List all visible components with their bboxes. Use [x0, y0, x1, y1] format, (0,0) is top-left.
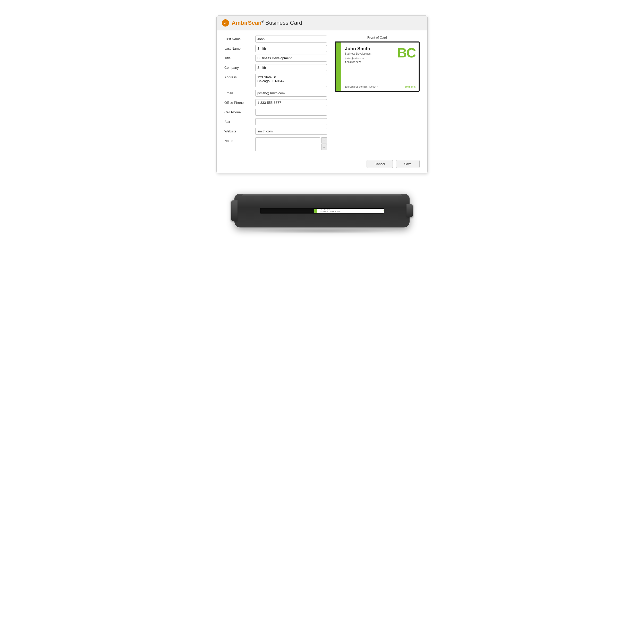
card-person-title: Business Development [345, 52, 371, 55]
input-office-phone[interactable] [255, 99, 327, 106]
label-cell-phone: Cell Phone [224, 109, 255, 114]
scanner-bump-right [406, 204, 413, 217]
dialog-title: AmbirScan® Business Card [232, 20, 302, 26]
label-website: Website [224, 128, 255, 133]
input-last-name[interactable] [255, 45, 327, 52]
label-title: Title [224, 55, 255, 60]
card-address-bottom: 123 State St. Chicago, IL 60647 [345, 86, 378, 88]
label-last-name: Last Name [224, 45, 255, 50]
form-row-title: Title [224, 55, 327, 62]
label-office-phone: Office Phone [224, 99, 255, 105]
form-row-address: Address 123 State St. Chicago, IL 60647 [224, 74, 327, 87]
notes-scroll-buttons: ^ ⌄ [321, 137, 327, 151]
notes-scroll-up-button[interactable]: ^ [321, 137, 327, 143]
app-icon: a [222, 19, 229, 27]
scanner-card-website: smith.com [383, 210, 384, 211]
scanner-shadow [245, 228, 399, 234]
card-person-name: John Smith [345, 46, 371, 52]
scanner-card-line1: 1.333.555.6677 [318, 209, 382, 211]
input-notes[interactable] [255, 137, 320, 151]
card-preview-section: Front of Card John Smith Business Develo… [335, 36, 420, 154]
notes-wrapper: ^ ⌄ [255, 137, 327, 151]
scanner-bump-left [231, 200, 238, 221]
form-row-company: Company [224, 64, 327, 71]
save-button[interactable]: Save [396, 160, 420, 168]
card-preview-image: John Smith Business Development jsmith@s… [335, 41, 420, 92]
cancel-button[interactable]: Cancel [367, 160, 393, 168]
card-preview-label: Front of Card [335, 36, 420, 39]
card-name-block: John Smith Business Development jsmith@s… [345, 46, 371, 64]
card-stripe [336, 43, 341, 91]
input-fax[interactable] [255, 118, 327, 125]
card-contact-info: jsmith@smith.com 1.333.555.6677 [345, 57, 371, 64]
card-phone: 1.333.555.6677 [345, 60, 371, 64]
form-row-office-phone: Office Phone [224, 99, 327, 106]
card-logo: BC [397, 46, 416, 60]
title-suffix: Business Card [264, 20, 302, 26]
form-row-first-name: First Name [224, 36, 327, 43]
dialog-body: First Name Last Name Title Company Addre… [217, 30, 427, 160]
card-website: smith.com [405, 86, 416, 88]
scanner-card-peek: 1.333.555.6677 123 State St. Chicago, IL… [314, 209, 384, 213]
notes-scroll-down-button[interactable]: ⌄ [321, 144, 327, 150]
form-row-email: Email [224, 90, 327, 97]
scanner-body: 1.333.555.6677 123 State St. Chicago, IL… [234, 194, 410, 227]
form-section: First Name Last Name Title Company Addre… [224, 36, 327, 154]
label-notes: Notes [224, 137, 255, 143]
form-row-cell-phone: Cell Phone [224, 109, 327, 116]
label-email: Email [224, 90, 255, 95]
scanner-card-green-stripe [314, 209, 317, 213]
input-cell-phone[interactable] [255, 109, 327, 116]
scanner-section: 1.333.555.6677 123 State St. Chicago, IL… [234, 194, 410, 234]
card-top: John Smith Business Development jsmith@s… [345, 46, 416, 64]
ambirscan-dialog: a AmbirScan® Business Card First Name La… [216, 15, 428, 173]
label-company: Company [224, 64, 255, 70]
dialog-footer: Cancel Save [217, 160, 427, 173]
form-row-notes: Notes ^ ⌄ [224, 137, 327, 151]
input-address[interactable]: 123 State St. Chicago, IL 60647 [255, 74, 327, 87]
form-row-last-name: Last Name [224, 45, 327, 52]
input-first-name[interactable] [255, 36, 327, 43]
label-address: Address [224, 74, 255, 79]
registered-mark: ® [261, 20, 264, 23]
form-row-website: Website [224, 128, 327, 135]
input-website[interactable] [255, 128, 327, 135]
card-bottom: 123 State St. Chicago, IL 60647 smith.co… [345, 84, 416, 88]
input-title[interactable] [255, 55, 327, 62]
label-first-name: First Name [224, 36, 255, 41]
input-company[interactable] [255, 64, 327, 71]
scanner-card-line2: 123 State St. Chicago, IL 60647 [318, 211, 382, 213]
card-content: John Smith Business Development jsmith@s… [341, 43, 419, 91]
card-email: jsmith@smith.com [345, 57, 371, 60]
scanner-slot: 1.333.555.6677 123 State St. Chicago, IL… [260, 208, 384, 214]
form-row-fax: Fax [224, 118, 327, 125]
label-fax: Fax [224, 118, 255, 124]
input-email[interactable] [255, 90, 327, 97]
dialog-titlebar: a AmbirScan® Business Card [217, 16, 427, 30]
brand-ambir: AmbirScan [232, 20, 261, 26]
